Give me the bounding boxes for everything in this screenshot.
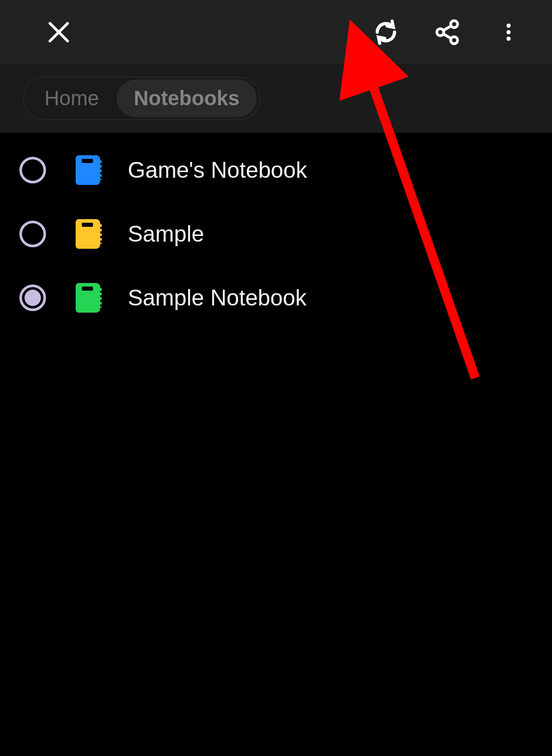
tabs-region: Home Notebooks bbox=[0, 64, 552, 133]
svg-line-5 bbox=[443, 26, 451, 30]
tab-notebooks-label: Notebooks bbox=[134, 87, 240, 110]
more-button[interactable] bbox=[486, 9, 532, 55]
radio-unselected[interactable] bbox=[19, 157, 46, 183]
tab-home[interactable]: Home bbox=[27, 80, 117, 117]
notebook-icon bbox=[76, 155, 100, 185]
sync-icon bbox=[371, 17, 401, 47]
close-button[interactable] bbox=[36, 9, 82, 55]
tab-home-label: Home bbox=[44, 87, 99, 110]
radio-selected[interactable] bbox=[19, 285, 46, 311]
svg-point-3 bbox=[437, 29, 444, 36]
svg-point-7 bbox=[507, 23, 511, 28]
svg-point-4 bbox=[451, 37, 458, 44]
list-item[interactable]: Sample Notebook bbox=[0, 266, 552, 329]
notebook-icon bbox=[76, 219, 100, 249]
list-item[interactable]: Sample bbox=[0, 202, 552, 266]
notebook-label: Game's Notebook bbox=[128, 157, 307, 183]
notebook-label: Sample Notebook bbox=[128, 285, 307, 311]
more-vert-icon bbox=[497, 21, 520, 43]
tab-notebooks[interactable]: Notebooks bbox=[117, 80, 257, 117]
topbar bbox=[0, 0, 552, 64]
share-icon bbox=[433, 18, 461, 46]
svg-point-9 bbox=[507, 36, 511, 40]
list-item[interactable]: Game's Notebook bbox=[0, 138, 552, 202]
notebook-label: Sample bbox=[128, 221, 204, 247]
segmented-control: Home Notebooks bbox=[23, 77, 261, 120]
share-button[interactable] bbox=[424, 9, 470, 55]
svg-point-8 bbox=[507, 30, 511, 34]
sync-button[interactable] bbox=[363, 9, 409, 55]
svg-line-6 bbox=[443, 34, 451, 38]
notebook-icon bbox=[76, 283, 100, 313]
close-icon bbox=[45, 19, 72, 45]
notebook-list: Game's Notebook Sample Sample Notebook bbox=[0, 133, 552, 329]
radio-unselected[interactable] bbox=[19, 221, 46, 247]
svg-point-2 bbox=[451, 20, 458, 28]
